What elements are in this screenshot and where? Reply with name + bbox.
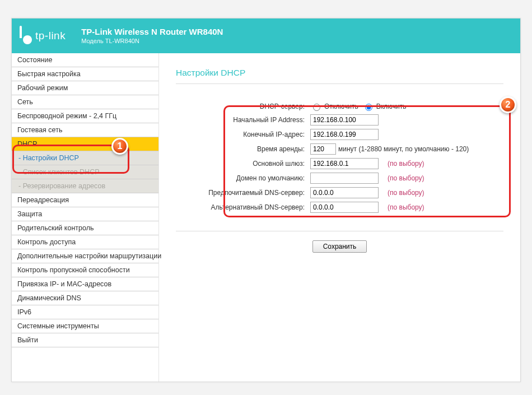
nav-network[interactable]: Сеть [12, 95, 158, 109]
nav-bandwidth[interactable]: Контроль пропускной способности [12, 263, 158, 277]
content: Настройки DHCP DHCP-сервер: Отключить Вк… [159, 53, 520, 382]
label-default-domain: Домен по умолчанию: [176, 174, 310, 182]
header-titles: TP-Link Wireless N Router WR840N Модель … [81, 27, 223, 45]
nav-ipv6[interactable]: IPv6 [12, 305, 158, 319]
nav-adv-routing[interactable]: Дополнительные настройки маршрутизации [12, 249, 158, 263]
brand-text: tp-link [35, 30, 66, 42]
input-pref-dns[interactable] [310, 187, 379, 198]
row-start-ip: Начальный IP Address: [176, 114, 492, 126]
brand-logo-icon [18, 29, 32, 43]
nav-dhcp-reservation[interactable]: - Резервирование адресов [12, 179, 158, 193]
sidebar: Состояние Быстрая настройка Рабочий режи… [12, 53, 159, 382]
nav-dhcp-clients[interactable]: - Список клиентов DHCP [12, 165, 158, 179]
nav-dhcp[interactable]: DHCP [12, 137, 158, 151]
input-lease[interactable] [310, 143, 336, 155]
radio-dhcp-disable-label: Отключить [324, 103, 358, 110]
input-default-domain[interactable] [310, 173, 379, 184]
row-pref-dns: Предпочитаемый DNS-сервер: (по выбору) [176, 187, 492, 198]
row-alt-dns: Альтернативный DNS-сервер: (по выбору) [176, 202, 492, 213]
row-dhcp-server: DHCP-сервер: Отключить Включить [176, 102, 492, 111]
row-default-domain: Домен по умолчанию: (по выбору) [176, 173, 492, 184]
page-title: Настройки DHCP [176, 68, 503, 78]
brand-logo: tp-link [18, 29, 66, 43]
label-end-ip: Конечный IP-адрес: [176, 131, 310, 138]
nav-logout[interactable]: Выйти [12, 333, 158, 347]
label-pref-dns: Предпочитаемый DNS-сервер: [176, 189, 310, 197]
app-frame: tp-link TP-Link Wireless N Router WR840N… [11, 18, 521, 382]
radio-dhcp-enable-label: Включить [376, 103, 407, 110]
body: Состояние Быстрая настройка Рабочий режи… [12, 53, 520, 382]
nav-dhcp-settings[interactable]: - Настройки DHCP [12, 151, 158, 165]
row-lease: Время аренды: минут (1-2880 минут, по ум… [176, 143, 492, 155]
radio-dhcp-disable[interactable] [313, 104, 320, 111]
prefdns-optional: (по выбору) [388, 189, 424, 197]
header-bar: tp-link TP-Link Wireless N Router WR840N… [12, 18, 520, 53]
input-gateway[interactable] [310, 158, 379, 169]
product-model: Модель TL-WR840N [81, 38, 223, 45]
nav-ip-mac-binding[interactable]: Привязка IP- и MAC-адресов [12, 277, 158, 291]
nav-guest-network[interactable]: Гостевая сеть [12, 123, 158, 137]
nav-status[interactable]: Состояние [12, 53, 158, 67]
nav-security[interactable]: Защита [12, 207, 158, 221]
nav-operation-mode[interactable]: Рабочий режим [12, 81, 158, 95]
label-start-ip: Начальный IP Address: [176, 116, 310, 124]
nav-ddns[interactable]: Динамический DNS [12, 291, 158, 305]
domain-optional: (по выбору) [388, 174, 424, 182]
row-gateway: Основной шлюз: (по выбору) [176, 158, 492, 169]
form-separator [176, 231, 503, 231]
nav-forwarding[interactable]: Переадресация [12, 193, 158, 207]
save-row: Сохранить [176, 240, 503, 253]
label-gateway: Основной шлюз: [176, 160, 310, 168]
title-separator [176, 83, 503, 84]
input-alt-dns[interactable] [310, 202, 379, 213]
nav-system-tools[interactable]: Системные инструменты [12, 319, 158, 333]
label-lease: Время аренды: [176, 145, 310, 153]
save-button[interactable]: Сохранить [312, 240, 367, 253]
radio-dhcp-enable[interactable] [365, 104, 372, 111]
row-end-ip: Конечный IP-адрес: [176, 129, 492, 140]
product-title: TP-Link Wireless N Router WR840N [81, 27, 223, 38]
dhcp-form: DHCP-сервер: Отключить Включить Начальны… [176, 99, 503, 223]
input-start-ip[interactable] [310, 114, 379, 126]
nav-wireless-24[interactable]: Беспроводной режим - 2,4 ГГц [12, 109, 158, 123]
gateway-optional: (по выбору) [388, 160, 424, 168]
label-dhcp-server: DHCP-сервер: [176, 103, 310, 110]
nav-quick-setup[interactable]: Быстрая настройка [12, 67, 158, 81]
label-alt-dns: Альтернативный DNS-сервер: [176, 203, 310, 211]
lease-hint: минут (1-2880 минут, по умолчанию - 120) [338, 145, 469, 153]
nav-parental[interactable]: Родительский контроль [12, 221, 158, 235]
nav-access-control[interactable]: Контроль доступа [12, 235, 158, 249]
input-end-ip[interactable] [310, 129, 379, 140]
altdns-optional: (по выбору) [388, 203, 424, 211]
